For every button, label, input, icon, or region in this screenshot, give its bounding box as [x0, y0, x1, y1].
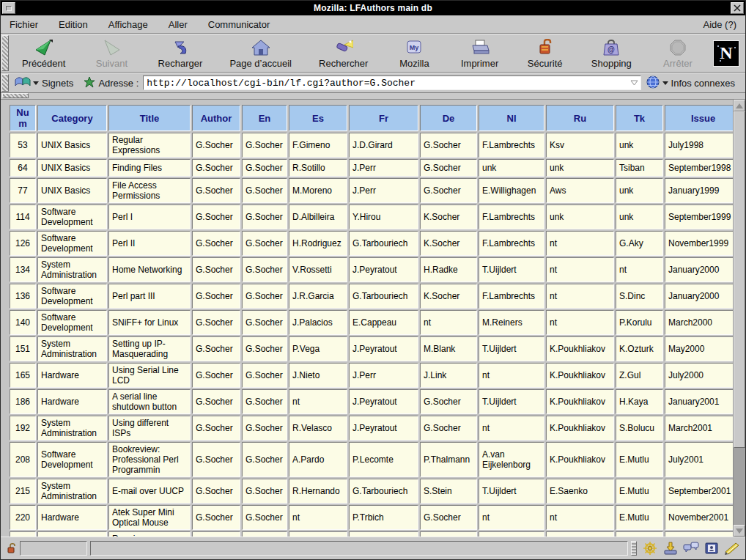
search-button[interactable]: Rechercher	[314, 36, 372, 70]
browser-window: Mozilla: LFAuthors main db Fichier Editi…	[0, 0, 746, 560]
table-row: 215System AdministrationE-mail over UUCP…	[10, 479, 733, 504]
cell-en: G.Socher	[242, 479, 287, 504]
cell-title: Setting up IP-Masquerading	[108, 336, 191, 361]
cell-issue: January1999	[665, 178, 733, 203]
cell-es: M.Moreno	[289, 178, 347, 203]
cell-en: G.Socher	[242, 442, 287, 477]
stop-button[interactable]: Arrêter	[654, 36, 701, 70]
locationbar-grip[interactable]	[1, 74, 9, 92]
cell-en: G.Socher	[242, 231, 287, 256]
cell-es: nt	[289, 389, 347, 414]
page-canvas: NumCategoryTitleAuthorEnEsFrDeNlRuTkIssu…	[1, 100, 733, 537]
menu-affichage[interactable]: Affichage	[107, 18, 149, 32]
column-header-issue: Issue	[665, 105, 733, 131]
back-button[interactable]: Précédent	[18, 36, 70, 70]
cell-es: nt	[289, 531, 347, 537]
address-label: Adresse :	[98, 78, 139, 89]
mailbox-icon[interactable]	[660, 540, 681, 556]
discussions-icon[interactable]	[681, 540, 701, 556]
back-icon	[34, 37, 53, 56]
cell-category: System Administration	[37, 479, 107, 504]
shopping-button[interactable]: @ Shopping	[587, 36, 636, 70]
home-button[interactable]: Page d’accueil	[225, 36, 296, 70]
forward-icon	[102, 37, 121, 56]
menu-bar: Fichier Edition Affichage Aller Communic…	[1, 15, 745, 34]
cell-de: G.Socher	[420, 133, 477, 158]
cell-tk: G.Aky	[616, 231, 663, 256]
status-progress	[20, 541, 87, 556]
cell-en: G.Socher	[242, 178, 287, 203]
cell-nl: nt	[479, 531, 544, 537]
navigator-icon[interactable]	[640, 540, 660, 556]
table-row: 192System AdministrationUsing different …	[10, 416, 733, 441]
cell-num: 192	[10, 416, 36, 441]
cell-fr: J.Perr	[349, 159, 418, 177]
cell-title: Perl II	[108, 231, 191, 256]
print-button[interactable]: Imprimer	[457, 36, 503, 70]
window-menu-icon[interactable]	[2, 2, 15, 14]
scrollbar-thumb[interactable]	[734, 111, 745, 448]
cell-nl: unk	[479, 159, 544, 177]
address-book-icon[interactable]	[701, 540, 722, 556]
cell-tk: unk	[616, 178, 663, 203]
search-button-label: Rechercher	[319, 58, 368, 69]
cell-tk: unk	[616, 133, 663, 158]
toolbar-grip[interactable]	[1, 35, 9, 71]
column-header-de: De	[420, 105, 477, 131]
menu-fichier[interactable]: Fichier	[8, 18, 40, 32]
svg-text:@: @	[607, 45, 615, 54]
svg-text:My: My	[410, 44, 419, 51]
bookmarks-caret-icon	[33, 81, 39, 85]
forward-button[interactable]: Suivant	[88, 36, 135, 70]
cell-fr: P.Lecomte	[349, 442, 418, 477]
cell-ru: unk	[546, 159, 614, 177]
menu-edition[interactable]: Edition	[57, 18, 89, 32]
cell-de: P.Thalmann	[420, 442, 477, 477]
cell-category: UNIX Basics	[37, 159, 107, 177]
cell-author: G.Socher	[192, 442, 240, 477]
cell-author: G.Socher	[192, 336, 240, 361]
personal-toolbar-tab[interactable]	[2, 93, 29, 98]
scrollbar-track[interactable]	[734, 448, 745, 525]
component-bar-grip[interactable]	[631, 541, 637, 556]
cell-fr: E.Cappeau	[349, 310, 418, 335]
composer-icon[interactable]	[722, 540, 742, 556]
lock-status-icon[interactable]	[4, 540, 20, 556]
cell-ru: K.Poukhliakov	[546, 389, 614, 414]
cell-de: M.Blank	[420, 336, 477, 361]
menu-communicator[interactable]: Communicator	[207, 18, 272, 32]
cell-author: G.Socher	[192, 133, 240, 158]
cell-en: G.Socher	[242, 284, 287, 309]
cell-category: System Administration	[37, 336, 107, 361]
cell-de: K.Socher	[420, 231, 477, 256]
url-input[interactable]	[147, 76, 628, 89]
related-info-button[interactable]: Infos connexes	[646, 75, 739, 92]
cell-nl: T.Uijldert	[479, 257, 544, 282]
url-dropdown-icon[interactable]	[629, 76, 640, 89]
cell-num: 126	[10, 231, 36, 256]
cell-ru: E.Saenko	[546, 479, 614, 504]
table-row: 126Software DevelopmentPerl IIG.SocherG.…	[10, 231, 733, 256]
netscape-logo[interactable]: N	[713, 40, 739, 67]
cell-author: G.Socher	[192, 159, 240, 177]
scroll-down-icon[interactable]	[734, 525, 745, 537]
mozilla-button[interactable]: My Mozilla	[391, 36, 437, 70]
authors-table: NumCategoryTitleAuthorEnEsFrDeNlRuTkIssu…	[8, 103, 733, 537]
cell-ru: K.Poukhliakov	[546, 363, 614, 388]
menu-aide[interactable]: Aide (?)	[701, 18, 738, 32]
menu-aller[interactable]: Aller	[167, 18, 189, 32]
vertical-scrollbar[interactable]	[733, 100, 745, 537]
reload-button[interactable]: Recharger	[154, 36, 207, 70]
cell-nl: nt	[479, 505, 544, 530]
bookmarks-menu[interactable]: Signets	[42, 78, 73, 89]
cell-fr: J.Perr	[349, 363, 418, 388]
cell-de: S.Stein	[420, 479, 477, 504]
cell-author: G.Socher	[192, 205, 240, 229]
cell-title: Running applications remote with X11	[108, 531, 191, 537]
scroll-up-icon[interactable]	[734, 100, 745, 111]
column-header-category: Category	[37, 105, 107, 131]
close-icon[interactable]	[731, 2, 744, 14]
shopping-icon: @	[602, 37, 621, 56]
cell-de: K.Socher	[420, 284, 477, 309]
security-button[interactable]: Sécurité	[522, 36, 569, 70]
